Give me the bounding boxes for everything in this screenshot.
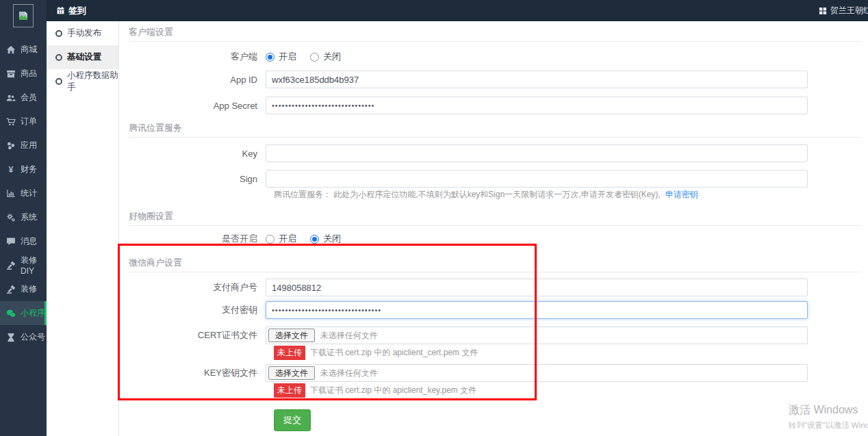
field-label: 是否开启: [119, 233, 266, 245]
section-title: 好物圈设置: [129, 210, 173, 222]
sidebar-item-label: 系统: [21, 211, 37, 223]
submenu-item-2[interactable]: 小程序数据助手: [47, 69, 118, 93]
not-uploaded-badge: 未上传: [274, 383, 305, 398]
form-row: CERT证书文件选择文件未选择任何文件: [119, 326, 808, 344]
app-secret-input[interactable]: [266, 97, 808, 114]
sidebar-item-2[interactable]: 会员: [0, 86, 47, 110]
topbar-right-item-0[interactable]: 贺兰王朝红酒: [819, 5, 868, 16]
sidebar-item-12[interactable]: 公众号: [0, 325, 47, 349]
field-label: 客户端: [119, 51, 266, 63]
radio-option-label: 开启: [279, 51, 296, 63]
app-id-input[interactable]: [266, 70, 808, 88]
form-row: 支付商户号: [119, 279, 808, 296]
tencent-key-input[interactable]: [266, 144, 808, 162]
field-control: [266, 170, 808, 188]
page-title: 签到: [56, 5, 86, 17]
sidebar-item-label: 小程序: [21, 307, 45, 319]
sidebar-item-6[interactable]: 统计: [0, 181, 47, 205]
secondary-menu: 手动发布基础设置小程序数据助手: [47, 21, 119, 436]
submenu-item-0[interactable]: 手动发布: [47, 21, 118, 45]
sidebar-item-10[interactable]: 装修: [0, 277, 47, 301]
field-label: App Secret: [119, 101, 266, 111]
section-title: 腾讯位置服务: [129, 122, 182, 134]
sidebar-items: 商城商品会员订单应用¥财务统计系统消息装修DIY装修小程序公众号: [0, 38, 47, 349]
field-label: Sign: [119, 174, 266, 184]
haowuquan-switch-radio: 开启关闭: [266, 233, 341, 245]
gavel-icon: [6, 261, 16, 270]
sidebar-item-label: 会员: [21, 92, 37, 103]
sidebar-item-9[interactable]: 装修DIY: [0, 253, 47, 277]
sidebar-item-3[interactable]: 订单: [0, 110, 47, 133]
section-title: 微信商户设置: [129, 257, 182, 269]
field-label: CERT证书文件: [119, 329, 266, 342]
apply-key-link[interactable]: 申请密钥: [665, 189, 698, 201]
form-row: App ID: [119, 70, 808, 88]
sidebar-item-7[interactable]: 系统: [0, 205, 47, 229]
bar-chart-icon: [6, 189, 16, 198]
upload-hint-text: 下载证书 cert.zip 中的 apiclient_cert.pem 文件: [310, 347, 478, 359]
wechat-icon: [6, 309, 16, 318]
sidebar-item-1[interactable]: 商品: [0, 62, 47, 86]
field-control: 开启关闭: [266, 51, 808, 63]
form-row: 支付密钥: [119, 301, 808, 319]
radio-icon[interactable]: [310, 235, 319, 244]
radio-option-label: 关闭: [323, 233, 341, 245]
client-switch-radio-option-0[interactable]: 开启: [266, 51, 296, 63]
no-file-text: 未选择任何文件: [320, 368, 378, 379]
field-label: KEY密钥文件: [119, 367, 266, 379]
cart-icon: [6, 117, 16, 127]
field-note: 腾讯位置服务： 此处为小程序定位功能,不填则为默认key和Sign一天限制请求一…: [274, 189, 698, 201]
section-title: 客户端设置: [129, 26, 173, 38]
field-control: [266, 97, 808, 114]
section-divider: [129, 225, 861, 226]
sidebar-item-0[interactable]: 商城: [0, 38, 47, 62]
upload-hint-text: 下载证书 cert.zip 中的 apiclient_key.pem 文件: [310, 385, 476, 396]
app-logo[interactable]: [13, 4, 34, 27]
radio-icon[interactable]: [310, 53, 319, 62]
sidebar-item-5[interactable]: ¥财务: [0, 157, 47, 181]
section-divider: [129, 272, 861, 272]
form-row: KEY密钥文件选择文件未选择任何文件: [119, 364, 808, 382]
form-row: Key: [119, 144, 808, 162]
field-control: 选择文件未选择任何文件: [266, 364, 808, 382]
submit-button[interactable]: 提交: [274, 409, 311, 431]
yen-icon: ¥: [6, 165, 16, 175]
sidebar-item-11[interactable]: 小程序: [0, 301, 47, 325]
sidebar-item-4[interactable]: 应用: [0, 133, 47, 157]
pay-secret-input[interactable]: [266, 301, 808, 319]
section-divider: [129, 137, 861, 138]
field-label: App ID: [119, 75, 266, 85]
cert-file-input-choose-button[interactable]: 选择文件: [268, 329, 315, 342]
sidebar-item-label: 公众号: [21, 331, 45, 343]
field-control: [266, 70, 808, 88]
client-switch-radio: 开启关闭: [266, 51, 341, 63]
submenu-item-1[interactable]: 基础设置: [47, 45, 118, 69]
field-label: Key: [119, 149, 266, 159]
cert-file-input: 选择文件未选择任何文件: [266, 326, 808, 344]
field-label: 支付商户号: [119, 281, 266, 294]
form-row: App Secret: [119, 97, 808, 114]
section-divider: [129, 41, 861, 42]
form-row: 客户端开启关闭: [119, 51, 808, 63]
client-switch-radio-option-1[interactable]: 关闭: [310, 51, 341, 63]
sidebar-item-label: 消息: [21, 235, 37, 247]
haowuquan-switch-radio-option-1[interactable]: 关闭: [310, 233, 341, 245]
sidebar-item-label: 统计: [21, 188, 37, 199]
field-control: [266, 301, 808, 319]
submenu-item-label: 基础设置: [67, 51, 101, 63]
settings-form: 提交 客户端设置客户端开启关闭App IDApp Secret腾讯位置服务Key…: [119, 21, 868, 436]
sidebar-item-label: 订单: [21, 116, 37, 127]
sidebar-item-label: 商城: [21, 44, 37, 55]
haowuquan-switch-radio-option-0[interactable]: 开启: [266, 233, 296, 245]
sidebar-item-label: 应用: [21, 140, 37, 151]
radio-option-label: 关闭: [323, 51, 341, 63]
radio-icon[interactable]: [266, 53, 275, 62]
radio-icon[interactable]: [266, 235, 275, 244]
apps-grid-icon: [819, 7, 827, 15]
pay-merchant-id-input[interactable]: [266, 279, 808, 296]
submenu-item-label: 小程序数据助手: [67, 70, 118, 93]
sidebar-item-8[interactable]: 消息: [0, 229, 47, 253]
key-file-input-choose-button[interactable]: 选择文件: [268, 366, 315, 380]
tencent-sign-input[interactable]: [266, 170, 808, 188]
sidebar-item-label: 商品: [21, 68, 37, 79]
